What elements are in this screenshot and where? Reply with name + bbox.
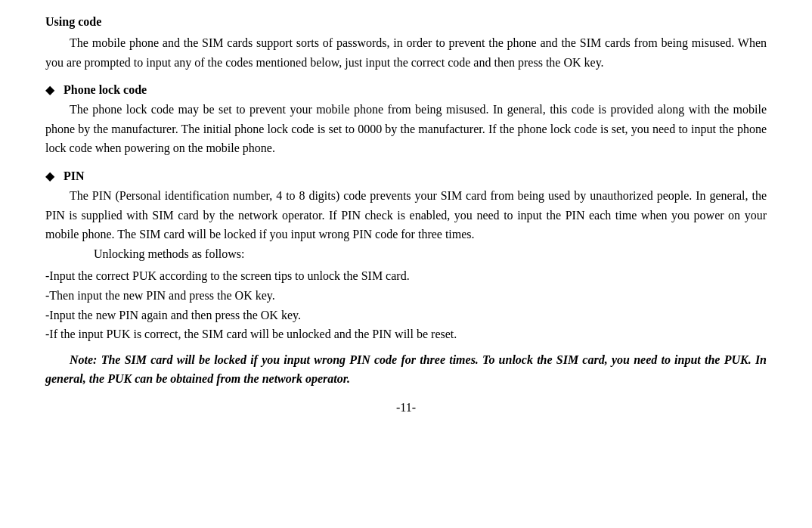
dash-line-3-text: -Input the new PIN again and then press … [45,309,301,321]
dash-lines: -Input the correct PUK according to the … [45,266,767,343]
dash-line-4: -If the input PUK is correct, the SIM ca… [45,325,767,344]
bullet2-section: ◆ PIN The PIN (Personal identification n… [45,169,767,389]
dash-line-4-text: -If the input PUK is correct, the SIM ca… [45,328,457,340]
bullet2-diamond-icon: ◆ [45,169,54,183]
bullet1-header: ◆ Phone lock code [45,82,767,97]
note-block: Note: The SIM card will be locked if you… [45,350,767,389]
section-title: Using code [45,15,767,29]
note-body: The SIM card will be locked if you input… [45,353,767,386]
dash-line-1-text: -Input the correct PUK according to the … [45,269,410,282]
note-prefix: Note: [70,353,97,366]
dash-line-2: -Then input the new PIN and press the OK… [45,286,767,306]
bullet1-diamond-icon: ◆ [45,82,54,97]
bullet1-section: ◆ Phone lock code The phone lock code ma… [45,82,767,158]
dash-line-3: -Input the new PIN again and then press … [45,306,767,325]
dash-line-1: -Input the correct PUK according to the … [45,266,767,286]
bullet1-body-text: The phone lock code may be set to preven… [45,103,767,154]
page-container: Using code The mobile phone and the SIM … [0,0,812,528]
page-number-text: -11- [396,401,416,414]
bullet2-label: PIN [64,169,85,183]
page-number: -11- [45,401,767,415]
unlocking-intro-text: Unlocking methods as follows: [94,247,245,260]
section-title-text: Using code [45,15,101,28]
intro-text: The mobile phone and the SIM cards suppo… [45,36,767,69]
bullet2-body-text: The PIN (Personal identification number,… [45,189,767,241]
bullet1-body: The phone lock code may be set to preven… [45,100,767,158]
dash-line-2-text: -Then input the new PIN and press the OK… [45,289,275,302]
bullet2-body: The PIN (Personal identification number,… [45,186,767,244]
bullet2-header: ◆ PIN [45,169,767,183]
bullet1-label: Phone lock code [64,83,147,97]
unlocking-intro: Unlocking methods as follows: [94,244,767,264]
intro-paragraph: The mobile phone and the SIM cards suppo… [45,33,767,72]
